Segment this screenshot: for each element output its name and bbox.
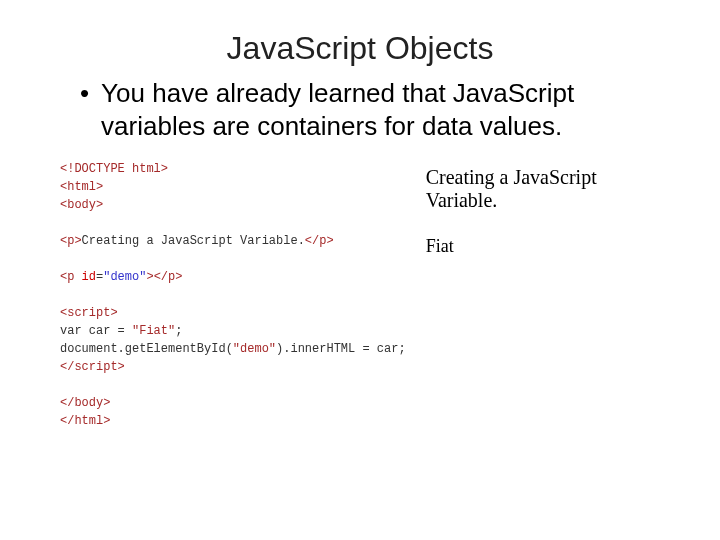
- code-body-close: </body>: [60, 396, 110, 410]
- code-pdemo-close: </p>: [154, 270, 183, 284]
- slide-title: JavaScript Objects: [60, 30, 660, 67]
- output-block: Creating a JavaScript Variable. Fiat: [426, 160, 660, 430]
- code-block: <!DOCTYPE html> <html> <body> <p>Creatin…: [60, 160, 406, 430]
- code-html-open: <html>: [60, 180, 103, 194]
- code-doctype: <!DOCTYPE html>: [60, 162, 168, 176]
- content-area: <!DOCTYPE html> <html> <body> <p>Creatin…: [60, 160, 660, 430]
- code-body-open: <body>: [60, 198, 103, 212]
- code-script-open: <script>: [60, 306, 118, 320]
- code-html-close: </html>: [60, 414, 110, 428]
- code-doc-line2: ).innerHTML = car;: [276, 342, 406, 356]
- code-pdemo-open2: >: [146, 270, 153, 284]
- code-var-line: var car =: [60, 324, 132, 338]
- code-demo-val: "demo": [103, 270, 146, 284]
- output-value: Fiat: [426, 236, 660, 257]
- code-p-open: <p>: [60, 234, 82, 248]
- code-pdemo-open1: <p: [60, 270, 74, 284]
- code-fiat: "Fiat": [132, 324, 175, 338]
- code-semi: ;: [175, 324, 182, 338]
- code-p-text: Creating a JavaScript Variable.: [82, 234, 305, 248]
- bullet-text: You have already learned that JavaScript…: [101, 77, 660, 142]
- code-demo-str: "demo": [233, 342, 276, 356]
- output-heading: Creating a JavaScript Variable.: [426, 166, 660, 212]
- code-script-close: </script>: [60, 360, 125, 374]
- code-id-attr: id: [74, 270, 96, 284]
- bullet-point: You have already learned that JavaScript…: [80, 77, 660, 142]
- code-doc-line: document.getElementById(: [60, 342, 233, 356]
- code-p-close: </p>: [305, 234, 334, 248]
